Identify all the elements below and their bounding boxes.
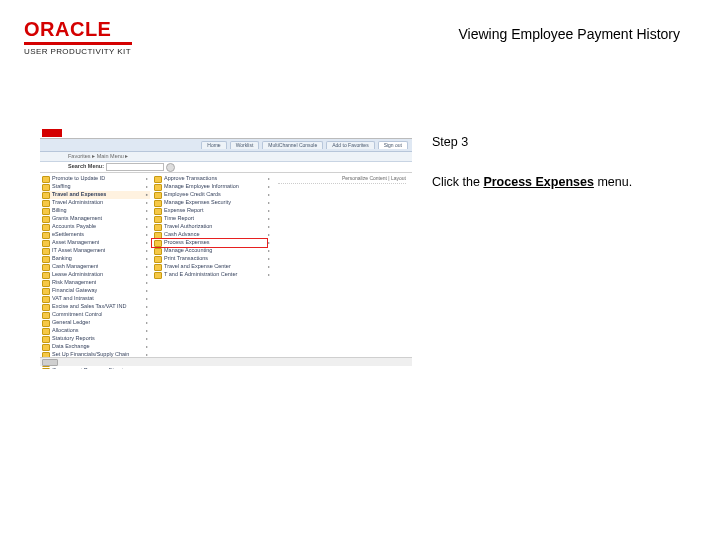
sidebar-item-label: Cash Management [52, 264, 98, 270]
folder-icon [42, 320, 50, 327]
sidebar-item[interactable]: Promote to Update ID▸ [42, 175, 150, 183]
sidebar-item-label: Accounts Payable [52, 224, 96, 230]
tab-signout[interactable]: Sign out [378, 141, 408, 149]
chevron-right-icon: ▸ [268, 177, 270, 181]
sidebar-item[interactable]: Statutory Reports▸ [42, 335, 150, 343]
folder-icon [42, 368, 50, 370]
breadcrumb[interactable]: Favorites ▸ Main Menu ▸ [40, 152, 412, 162]
sidebar-item[interactable]: Lease Administration▸ [42, 271, 150, 279]
tab-home[interactable]: Home [201, 141, 226, 149]
sidebar-item[interactable]: Risk Management▸ [42, 279, 150, 287]
sidebar-item[interactable]: Billing▸ [42, 207, 150, 215]
sidebar-item[interactable]: Cash Management▸ [42, 263, 150, 271]
sidebar-item[interactable]: VAT and Intrastat▸ [42, 295, 150, 303]
submenu-item[interactable]: Manage Expenses Security▸ [152, 199, 272, 207]
folder-icon [42, 264, 50, 271]
submenu-item-label: Travel Authorization [164, 224, 212, 230]
sidebar-item[interactable]: Travel Administration▸ [42, 199, 150, 207]
sidebar-item[interactable]: Excise and Sales Tax/VAT IND▸ [42, 303, 150, 311]
sidebar-item[interactable]: Accounts Payable▸ [42, 223, 150, 231]
folder-icon [42, 240, 50, 247]
chevron-right-icon: ▸ [146, 297, 148, 301]
personalize-links[interactable]: Personalize Content | Layout [278, 176, 406, 184]
sidebar-item[interactable]: General Ledger▸ [42, 319, 150, 327]
submenu-item[interactable]: Travel and Expense Center▸ [152, 263, 272, 271]
chevron-right-icon: ▸ [146, 209, 148, 213]
submenu-item[interactable]: Print Transactions▸ [152, 255, 272, 263]
folder-icon [42, 200, 50, 207]
app-tabs: Home Worklist MultiChannel Console Add t… [40, 139, 412, 152]
submenu-item[interactable]: Cash Advance▸ [152, 231, 272, 239]
tab-favorites[interactable]: Add to Favorites [326, 141, 374, 149]
scrollbar-thumb[interactable] [42, 359, 58, 366]
folder-icon [42, 216, 50, 223]
folder-icon [42, 312, 50, 319]
chevron-right-icon: ▸ [268, 265, 270, 269]
submenu-item[interactable]: Time Report▸ [152, 215, 272, 223]
sidebar-item-label: Statutory Reports [52, 336, 95, 342]
folder-icon [42, 272, 50, 279]
submenu-item[interactable]: Travel Authorization▸ [152, 223, 272, 231]
sidebar-item[interactable]: Staffing▸ [42, 183, 150, 191]
chevron-right-icon: ▸ [146, 345, 148, 349]
submenu-item[interactable]: Approve Transactions▸ [152, 175, 272, 183]
submenu-item-label: Approve Transactions [164, 176, 217, 182]
search-go-button[interactable] [166, 163, 175, 172]
page-title: Viewing Employee Payment History [458, 26, 680, 42]
submenu-item[interactable]: T and E Administration Center▸ [152, 271, 272, 279]
chevron-right-icon: ▸ [268, 233, 270, 237]
chevron-right-icon: ▸ [146, 329, 148, 333]
folder-icon [42, 304, 50, 311]
sidebar-item[interactable]: Asset Management▸ [42, 239, 150, 247]
submenu-item[interactable]: Expense Report▸ [152, 207, 272, 215]
sidebar-item[interactable]: Travel and Expenses▸ [42, 191, 150, 199]
sidebar-item[interactable]: Banking▸ [42, 255, 150, 263]
sidebar-item-label: Government Resource Directory [52, 368, 131, 369]
sidebar-item[interactable]: Financial Gateway▸ [42, 287, 150, 295]
chevron-right-icon: ▸ [268, 201, 270, 205]
submenu-item[interactable]: Manage Employee Information▸ [152, 183, 272, 191]
submenu-item[interactable]: Employee Credit Cards▸ [152, 191, 272, 199]
folder-icon [154, 200, 162, 207]
sidebar-item[interactable]: Data Exchange▸ [42, 343, 150, 351]
chevron-right-icon: ▸ [146, 305, 148, 309]
sidebar-item-label: Commitment Control [52, 312, 102, 318]
sidebar-item[interactable]: Commitment Control▸ [42, 311, 150, 319]
folder-icon [42, 288, 50, 295]
tab-multichannel[interactable]: MultiChannel Console [262, 141, 323, 149]
chevron-right-icon: ▸ [268, 185, 270, 189]
chevron-right-icon: ▸ [146, 313, 148, 317]
submenu-item-process-expenses[interactable]: Process Expenses▸ [152, 239, 272, 247]
chevron-right-icon: ▸ [146, 177, 148, 181]
sidebar-item[interactable]: IT Asset Management▸ [42, 247, 150, 255]
chevron-right-icon: ▸ [146, 257, 148, 261]
chevron-right-icon: ▸ [146, 225, 148, 229]
sidebar-item[interactable]: eSettlements▸ [42, 231, 150, 239]
submenu-item-label: Manage Employee Information [164, 184, 239, 190]
sidebar-item[interactable]: Grants Management▸ [42, 215, 150, 223]
submenu-item-label: Cash Advance [164, 232, 199, 238]
folder-icon [42, 184, 50, 191]
upk-subbrand: USER PRODUCTIVITY KIT [24, 47, 132, 56]
sidebar-item[interactable]: Government Resource Directory▸ [42, 367, 150, 369]
folder-icon [42, 224, 50, 231]
horizontal-scrollbar[interactable] [40, 357, 412, 366]
tab-worklist[interactable]: Worklist [230, 141, 260, 149]
submenu-item-label: Time Report [164, 216, 194, 222]
sidebar-item-label: Financial Gateway [52, 288, 97, 294]
sidebar-item[interactable]: Allocations▸ [42, 327, 150, 335]
chevron-right-icon: ▸ [146, 249, 148, 253]
oracle-upk-logo: ORACLE USER PRODUCTIVITY KIT [24, 18, 132, 56]
sidebar-item-label: IT Asset Management [52, 248, 105, 254]
search-input[interactable] [106, 163, 164, 171]
chevron-right-icon: ▸ [268, 273, 270, 277]
folder-icon [154, 248, 162, 255]
instruction-bold: Process Expenses [483, 175, 594, 189]
submenu-item-label: T and E Administration Center [164, 272, 237, 278]
submenu-item-label: Expense Report [164, 208, 203, 214]
sidebar-item-label: Risk Management [52, 280, 96, 286]
content-pane: Personalize Content | Layout [272, 173, 412, 369]
submenu-item-label: Employee Credit Cards [164, 192, 221, 198]
submenu-item[interactable]: Manage Accounting▸ [152, 247, 272, 255]
folder-icon [42, 256, 50, 263]
